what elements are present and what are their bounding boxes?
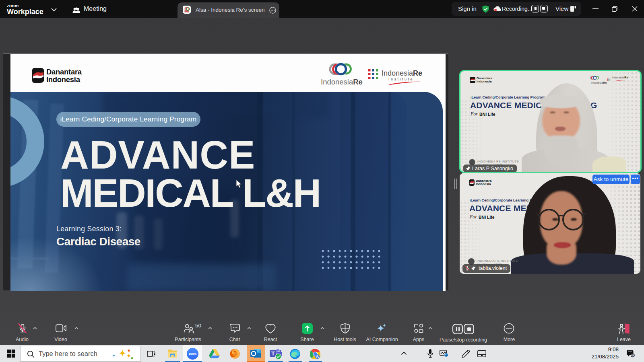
svg-text:6: 6 bbox=[632, 354, 634, 358]
